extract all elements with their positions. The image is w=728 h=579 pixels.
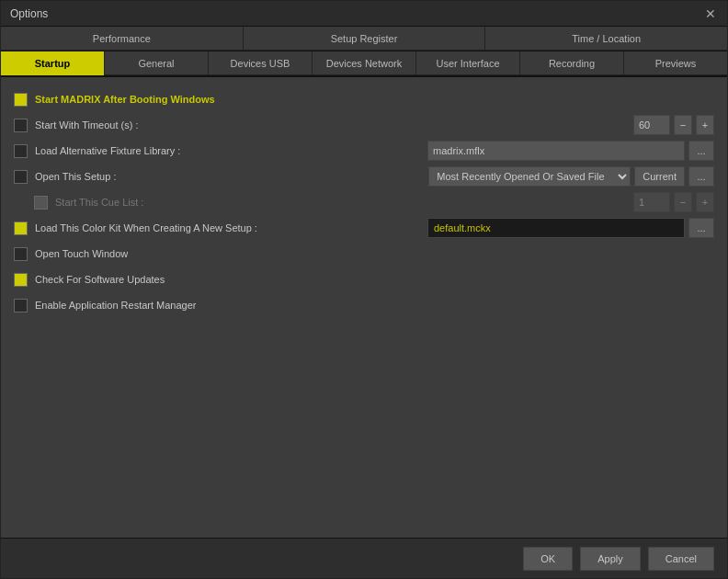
open-setup-controls: Most Recently Opened Or Saved File Curre… bbox=[428, 166, 714, 187]
load-fixture-checkbox[interactable] bbox=[14, 144, 28, 158]
close-button[interactable]: ✕ bbox=[703, 6, 718, 21]
open-setup-browse-btn[interactable]: ... bbox=[688, 166, 714, 187]
tab-general[interactable]: General bbox=[105, 51, 209, 75]
options-dialog: Options ✕ Performance Setup Register Tim… bbox=[0, 0, 728, 579]
tab-recording[interactable]: Recording bbox=[520, 51, 624, 75]
tab-time-location[interactable]: Time / Location bbox=[485, 27, 727, 51]
open-setup-current-btn[interactable]: Current bbox=[634, 166, 685, 187]
start-cue-list-label: Start This Cue List : bbox=[55, 197, 143, 208]
footer: OK Apply Cancel bbox=[1, 538, 727, 578]
content-area: Start MADRIX After Booting Windows Start… bbox=[1, 77, 727, 538]
apply-button[interactable]: Apply bbox=[580, 547, 641, 571]
title-bar: Options ✕ bbox=[1, 1, 727, 27]
load-fixture-browse-btn[interactable]: ... bbox=[688, 141, 714, 161]
tab-user-interface[interactable]: User Interface bbox=[416, 51, 520, 75]
tab-devices-usb[interactable]: Devices USB bbox=[209, 51, 313, 75]
open-touch-window-checkbox[interactable] bbox=[14, 247, 28, 261]
start-timeout-input[interactable] bbox=[633, 115, 670, 135]
load-color-kit-checkbox[interactable] bbox=[14, 221, 28, 235]
load-fixture-input[interactable] bbox=[427, 141, 685, 161]
load-color-kit-browse-btn[interactable]: ... bbox=[688, 218, 714, 238]
open-setup-dropdown[interactable]: Most Recently Opened Or Saved File bbox=[428, 166, 631, 187]
open-touch-window-label: Open Touch Window bbox=[35, 248, 128, 259]
start-cue-list-checkbox[interactable] bbox=[34, 196, 48, 210]
start-cue-list-input[interactable] bbox=[633, 192, 670, 212]
start-madrix-checkbox[interactable] bbox=[14, 93, 28, 107]
load-color-kit-label: Load This Color Kit When Creating A New … bbox=[35, 222, 257, 233]
timeout-increment-btn[interactable]: + bbox=[696, 115, 714, 135]
open-setup-row: Open This Setup : Most Recently Opened O… bbox=[14, 164, 714, 189]
start-cue-list-row: Start This Cue List : − + bbox=[14, 189, 714, 215]
load-color-kit-row: Load This Color Kit When Creating A New … bbox=[14, 215, 714, 241]
open-setup-label: Open This Setup : bbox=[35, 171, 116, 182]
start-timeout-row: Start With Timeout (s) : − + bbox=[14, 112, 714, 138]
tab-row-1: Performance Setup Register Time / Locati… bbox=[1, 27, 727, 51]
check-updates-label: Check For Software Updates bbox=[35, 274, 165, 285]
enable-restart-row: Enable Application Restart Manager bbox=[14, 292, 714, 318]
start-timeout-controls: − + bbox=[633, 115, 714, 135]
open-setup-checkbox[interactable] bbox=[14, 170, 28, 184]
check-updates-checkbox[interactable] bbox=[14, 273, 28, 287]
ok-button[interactable]: OK bbox=[523, 547, 573, 571]
load-fixture-row: Load Alternative Fixture Library : ... bbox=[14, 138, 714, 164]
start-timeout-checkbox[interactable] bbox=[14, 119, 28, 132]
load-color-kit-controls: default.mckx ... bbox=[427, 218, 714, 238]
timeout-decrement-btn[interactable]: − bbox=[674, 115, 692, 135]
load-fixture-label: Load Alternative Fixture Library : bbox=[35, 145, 180, 156]
load-color-kit-value: default.mckx bbox=[427, 218, 685, 238]
tab-devices-network[interactable]: Devices Network bbox=[313, 51, 416, 75]
start-madrix-label: Start MADRIX After Booting Windows bbox=[35, 94, 215, 105]
check-updates-row: Check For Software Updates bbox=[14, 267, 714, 292]
cue-list-increment-btn[interactable]: + bbox=[696, 192, 714, 212]
cue-list-decrement-btn[interactable]: − bbox=[674, 192, 692, 212]
enable-restart-checkbox[interactable] bbox=[14, 299, 28, 312]
start-timeout-label: Start With Timeout (s) : bbox=[35, 119, 138, 131]
cancel-button[interactable]: Cancel bbox=[648, 547, 714, 571]
load-fixture-controls: ... bbox=[427, 141, 714, 161]
tab-previews[interactable]: Previews bbox=[624, 51, 727, 75]
enable-restart-label: Enable Application Restart Manager bbox=[35, 300, 197, 311]
start-madrix-row: Start MADRIX After Booting Windows bbox=[14, 86, 714, 112]
tab-performance[interactable]: Performance bbox=[1, 27, 244, 51]
dialog-title: Options bbox=[10, 7, 48, 20]
tab-startup[interactable]: Startup bbox=[1, 51, 105, 75]
start-cue-list-controls: − + bbox=[633, 192, 714, 212]
tab-row-2: Startup General Devices USB Devices Netw… bbox=[1, 51, 727, 77]
tab-setup-register[interactable]: Setup Register bbox=[244, 27, 486, 51]
open-touch-window-row: Open Touch Window bbox=[14, 241, 714, 267]
